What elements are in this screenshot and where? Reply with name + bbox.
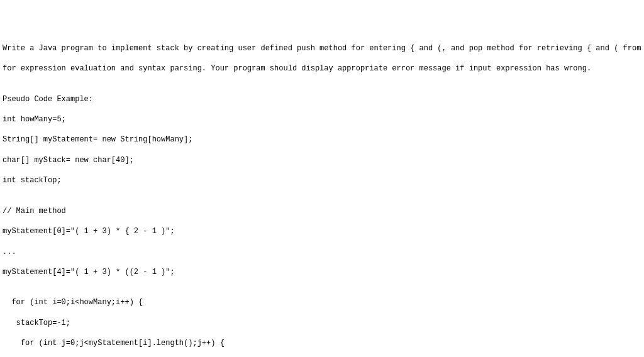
- ellipsis-line: ...: [3, 247, 641, 257]
- code-line: int howMany=5;: [3, 114, 641, 124]
- problem-statement-line2: for expression evaluation and syntax par…: [3, 63, 641, 74]
- code-line: myStatement[0]="( 1 + 3) * { 2 - 1 )";: [3, 226, 641, 236]
- code-line: int stackTop;: [3, 175, 641, 185]
- code-line: String[] myStatement= new String[howMany…: [3, 135, 641, 145]
- comment-line: // Main method: [3, 206, 641, 216]
- problem-statement-line1: Write a Java program to implement stack …: [3, 43, 641, 53]
- pseudo-header: Pseudo Code Example:: [3, 94, 641, 104]
- code-line: for (int i=0;i<howMany;i++) {: [3, 297, 641, 307]
- code-line: myStatement[4]="( 1 + 3) * ((2 - 1 )";: [3, 267, 641, 277]
- code-line: stackTop=-1;: [3, 318, 641, 328]
- code-line: char[] myStack= new char[40];: [3, 155, 641, 165]
- code-line: for (int j=0;j<myStatement[i].length();j…: [3, 338, 641, 348]
